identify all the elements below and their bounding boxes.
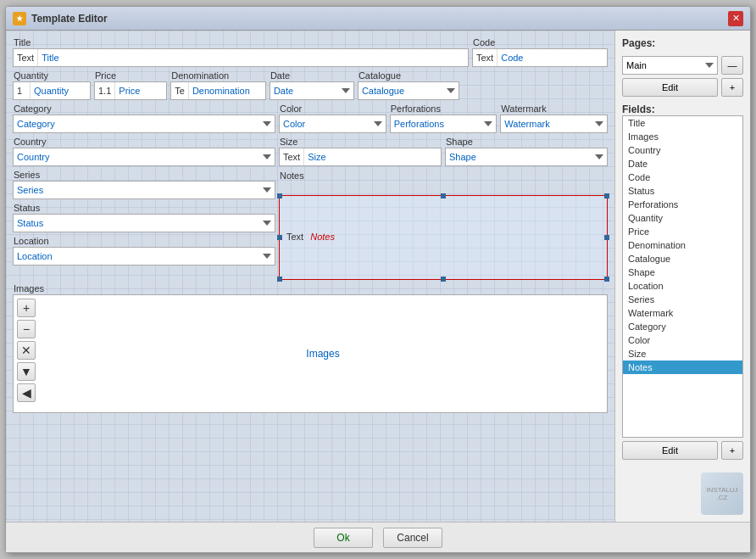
- country-select[interactable]: Country: [13, 148, 275, 166]
- size-field[interactable]: Text Size: [279, 148, 442, 166]
- pages-remove-btn[interactable]: —: [721, 56, 743, 75]
- color-select[interactable]: Color: [279, 115, 386, 133]
- country-group: Country Country: [13, 137, 275, 166]
- series-group: Series Series: [13, 170, 275, 199]
- size-label: Size: [279, 137, 442, 147]
- status-group: Status Status: [13, 203, 275, 232]
- close-button[interactable]: ✕: [728, 11, 743, 26]
- fields-list-item[interactable]: Size: [623, 347, 742, 361]
- fields-list-item[interactable]: Notes: [623, 361, 742, 374]
- fields-list-item[interactable]: Series: [623, 293, 742, 306]
- fields-list-item[interactable]: Date: [623, 157, 742, 170]
- fields-add-btn[interactable]: +: [721, 441, 743, 460]
- catalogue-select[interactable]: Catalogue: [358, 81, 459, 100]
- handle-top-right[interactable]: [604, 193, 609, 198]
- handle-top-mid[interactable]: [441, 193, 446, 198]
- fields-list-item[interactable]: Price: [623, 225, 742, 238]
- perforations-select[interactable]: Perforations: [390, 115, 498, 133]
- images-remove-btn[interactable]: −: [17, 320, 36, 338]
- images-down-btn[interactable]: ▼: [17, 362, 36, 381]
- price-field[interactable]: 1.1 Price: [94, 81, 167, 100]
- fields-list-item[interactable]: Images: [623, 130, 742, 143]
- fields-list-item[interactable]: Category: [623, 320, 742, 333]
- color-group: Color Color: [279, 103, 386, 133]
- fields-list-item[interactable]: Watermark: [623, 306, 742, 320]
- code-blue-value: Code: [498, 49, 607, 66]
- images-clear-btn[interactable]: ✕: [17, 341, 36, 360]
- category-select[interactable]: Category: [13, 115, 275, 133]
- size-group: Size Text Size: [279, 137, 442, 166]
- pages-edit-row: Edit +: [622, 78, 743, 97]
- fields-list-item[interactable]: Color: [623, 333, 742, 347]
- denomination-field[interactable]: Te Denomination: [170, 81, 266, 100]
- window-title: Template Editor: [31, 13, 723, 25]
- shape-select[interactable]: Shape: [445, 148, 608, 166]
- watermark-group: Watermark Watermark: [500, 103, 608, 133]
- status-select[interactable]: Status: [13, 214, 275, 232]
- images-placeholder: Images: [306, 348, 339, 360]
- handle-top-left[interactable]: [277, 193, 282, 198]
- shape-group: Shape Shape: [445, 137, 608, 166]
- handle-bot-right[interactable]: [604, 277, 609, 282]
- images-add-btn[interactable]: +: [17, 299, 36, 317]
- template-editor-window: ★ Template Editor ✕ Title Text Title Cod…: [5, 6, 751, 553]
- images-area: + − ✕ ▼ ◀ Images: [13, 294, 608, 413]
- fields-list-item[interactable]: Perforations: [623, 198, 742, 211]
- catalogue-group: Catalogue Catalogue: [358, 70, 459, 100]
- handle-mid-left[interactable]: [277, 235, 282, 240]
- fields-list-item[interactable]: Shape: [623, 266, 742, 279]
- shape-label: Shape: [445, 137, 608, 147]
- title-field[interactable]: Text Title: [13, 48, 469, 67]
- watermark-label: Watermark: [500, 103, 608, 114]
- two-panels: Category Category Country Country: [13, 103, 608, 280]
- title-bar: ★ Template Editor ✕: [6, 7, 750, 31]
- quantity-field[interactable]: 1 Quantity: [13, 81, 91, 100]
- cancel-button[interactable]: Cancel: [383, 528, 442, 548]
- location-select[interactable]: Location: [13, 247, 275, 266]
- pages-row: Main —: [622, 56, 743, 75]
- notes-label: Notes: [279, 170, 304, 181]
- code-text-value: Text: [473, 49, 498, 66]
- images-drop-area[interactable]: Images: [39, 295, 607, 412]
- images-group: Images + − ✕ ▼ ◀ Images: [13, 283, 608, 413]
- fields-list-item[interactable]: Country: [623, 143, 742, 157]
- fields-list-item[interactable]: Denomination: [623, 238, 742, 252]
- pages-section: Pages: Main — Edit +: [622, 37, 743, 97]
- sidebar: Pages: Main — Edit + Fields: TitleImages…: [614, 31, 750, 522]
- date-select[interactable]: Date: [270, 81, 354, 100]
- pages-select[interactable]: Main: [622, 56, 718, 75]
- series-label: Series: [13, 170, 275, 180]
- fields-list-item[interactable]: Catalogue: [623, 252, 742, 266]
- pages-edit-btn[interactable]: Edit: [622, 78, 718, 97]
- quantity-label: Quantity: [13, 70, 91, 81]
- handle-bot-left[interactable]: [277, 277, 282, 282]
- fields-list-item[interactable]: Code: [623, 170, 742, 184]
- series-select[interactable]: Series: [13, 181, 275, 199]
- notes-section: Notes Text: [279, 170, 608, 280]
- price-label: Price: [94, 70, 167, 81]
- fields-list-item[interactable]: Status: [623, 184, 742, 198]
- images-left-btn[interactable]: ◀: [17, 383, 36, 402]
- fields-list-item[interactable]: Title: [623, 116, 742, 130]
- quantity-blue: Quantity: [31, 82, 90, 99]
- fields-list-item[interactable]: Location: [623, 279, 742, 293]
- handle-mid-right[interactable]: [604, 235, 609, 240]
- watermark-select[interactable]: Watermark: [500, 115, 608, 133]
- notes-wrapper[interactable]: Text Notes: [279, 195, 608, 280]
- color-perf-row: Color Color Perforations Perforations: [279, 103, 608, 133]
- images-label: Images: [13, 283, 608, 293]
- pages-add-btn[interactable]: +: [721, 78, 743, 97]
- ok-button[interactable]: Ok: [314, 528, 373, 548]
- handle-bot-mid[interactable]: [441, 277, 446, 282]
- color-label: Color: [279, 103, 386, 114]
- main-edit-area: Title Text Title Code Text Code: [6, 31, 614, 522]
- fields-edit-btn[interactable]: Edit: [622, 441, 718, 460]
- perforations-group: Perforations Perforations: [390, 103, 498, 133]
- quantity-group: Quantity 1 Quantity: [13, 70, 91, 100]
- quantity-num: 1: [14, 82, 31, 99]
- notes-text-value: Text: [286, 232, 303, 242]
- notes-inner: Text Notes: [286, 203, 600, 271]
- fields-list-item[interactable]: Quantity: [623, 211, 742, 225]
- code-field[interactable]: Text Code: [472, 48, 608, 67]
- app-icon: ★: [13, 12, 26, 25]
